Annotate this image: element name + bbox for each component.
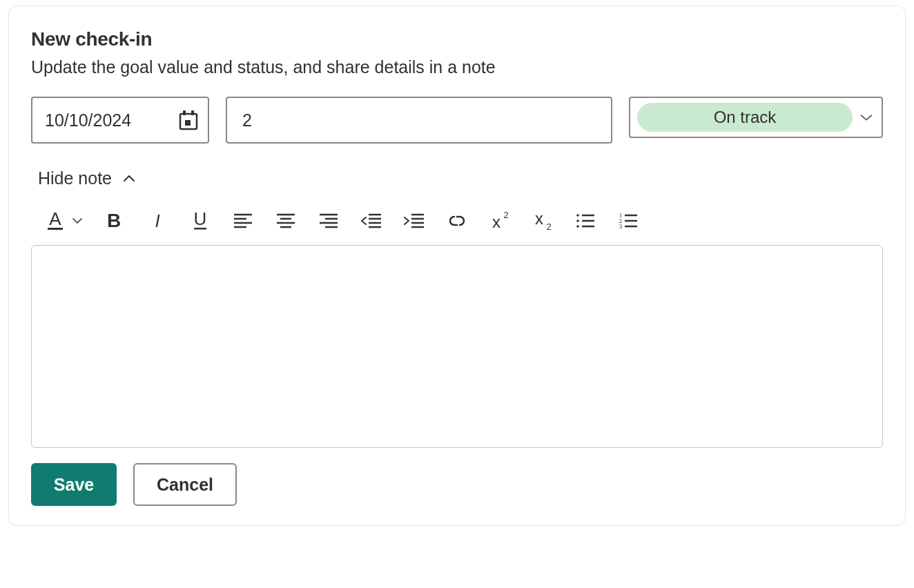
- status-dropdown[interactable]: On track: [629, 97, 883, 138]
- svg-text:2: 2: [503, 211, 508, 220]
- toggle-note-label: Hide note: [38, 168, 112, 188]
- svg-text:3: 3: [619, 223, 623, 230]
- svg-rect-9: [194, 228, 206, 230]
- superscript-button[interactable]: x 2: [488, 209, 512, 233]
- value-input[interactable]: [241, 110, 597, 131]
- date-value: 10/10/2024: [45, 110, 131, 130]
- font-color-button[interactable]: A: [43, 209, 67, 233]
- actions-row: Save Cancel: [31, 463, 883, 506]
- font-color-chevron[interactable]: [71, 209, 84, 233]
- cancel-button[interactable]: Cancel: [133, 463, 237, 506]
- svg-text:A: A: [49, 210, 61, 229]
- svg-text:B: B: [107, 210, 121, 231]
- bold-button[interactable]: B: [103, 209, 126, 233]
- svg-point-35: [576, 219, 579, 222]
- chevron-up-icon: [121, 174, 137, 184]
- align-left-button[interactable]: [231, 209, 255, 233]
- link-button[interactable]: [445, 209, 469, 233]
- rich-text-toolbar: A B I U: [31, 209, 883, 245]
- date-input[interactable]: 10/10/2024: [31, 97, 209, 144]
- note-editor[interactable]: [31, 245, 883, 448]
- underline-button[interactable]: U: [188, 209, 212, 233]
- status-pill: On track: [637, 103, 853, 132]
- italic-button[interactable]: I: [146, 209, 169, 233]
- subscript-button[interactable]: x 2: [531, 209, 554, 233]
- numbered-list-button[interactable]: 1 2 3: [616, 209, 640, 233]
- svg-rect-5: [48, 228, 63, 230]
- svg-text:2: 2: [546, 222, 551, 231]
- align-right-button[interactable]: [317, 209, 340, 233]
- value-input-wrapper[interactable]: [226, 97, 612, 144]
- save-button[interactable]: Save: [31, 463, 117, 506]
- svg-point-34: [576, 214, 579, 217]
- outdent-button[interactable]: [360, 209, 383, 233]
- card-subtitle: Update the goal value and status, and sh…: [31, 57, 883, 77]
- bulleted-list-button[interactable]: [574, 209, 597, 233]
- svg-text:x: x: [535, 210, 543, 228]
- card-title: New check-in: [31, 28, 883, 50]
- check-in-card: New check-in Update the goal value and s…: [8, 6, 906, 526]
- svg-rect-3: [185, 120, 191, 126]
- svg-text:U: U: [194, 210, 207, 229]
- toggle-note-button[interactable]: Hide note: [38, 168, 137, 188]
- svg-point-36: [576, 225, 579, 228]
- svg-rect-2: [191, 110, 194, 115]
- svg-text:x: x: [492, 213, 500, 231]
- inputs-row: 10/10/2024 On track: [31, 97, 883, 144]
- svg-text:I: I: [155, 210, 159, 231]
- calendar-icon[interactable]: [179, 110, 198, 130]
- svg-rect-1: [183, 110, 186, 115]
- indent-button[interactable]: [402, 209, 426, 233]
- chevron-down-icon: [859, 112, 873, 122]
- align-center-button[interactable]: [274, 209, 298, 233]
